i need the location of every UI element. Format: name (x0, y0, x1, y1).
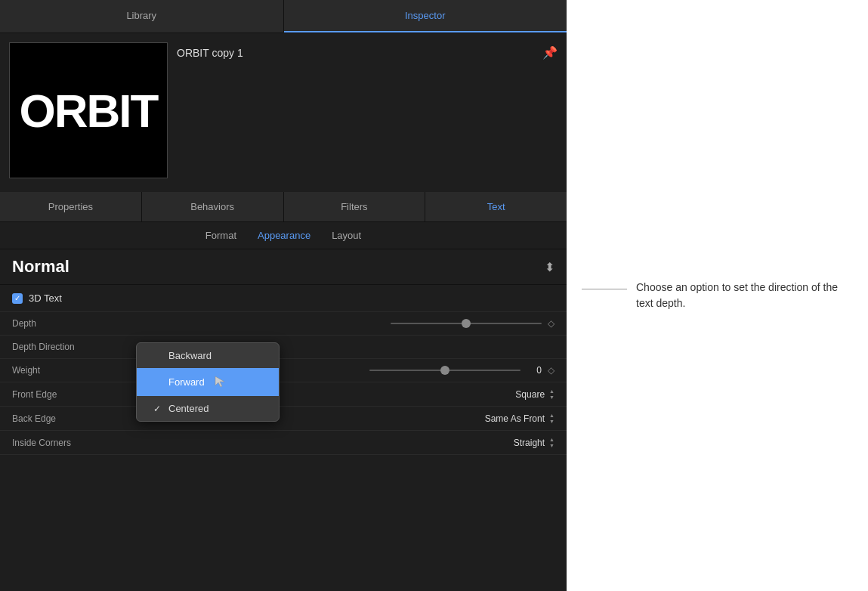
text-subtab-format[interactable]: Format (205, 230, 236, 241)
depth-direction-dropdown: Backward Forward ✓ Centered (136, 342, 280, 422)
inside-corners-stepper[interactable]: ▲ ▼ (549, 437, 554, 448)
depth-diamond-icon[interactable]: ◇ (548, 318, 554, 329)
front-edge-stepper[interactable]: ▲ ▼ (549, 388, 554, 400)
3d-text-row: 3D Text (0, 285, 567, 312)
tab-inspector[interactable]: Inspector (284, 0, 567, 32)
preview-thumbnail: ORBIT (9, 42, 168, 178)
preview-title-row: ORBIT copy 1 📌 (177, 45, 558, 60)
back-edge-select[interactable]: Same As Front ▲ ▼ (485, 413, 554, 424)
prop-row-front-edge: Front Edge Square ▲ ▼ (0, 382, 567, 407)
tab-properties[interactable]: Properties (0, 192, 142, 221)
3d-text-checkbox[interactable] (12, 293, 23, 304)
back-edge-label: Back Edge (12, 413, 103, 424)
dropdown-item-centered[interactable]: ✓ Centered (137, 396, 279, 421)
depth-label: Depth (12, 318, 103, 329)
front-edge-select[interactable]: Square ▲ ▼ (515, 388, 554, 400)
dropdown-item-backward[interactable]: Backward (137, 343, 279, 368)
annotation-box: Choose an option to set the direction of… (636, 280, 853, 311)
tab-behaviors[interactable]: Behaviors (142, 192, 284, 221)
inside-corners-label: Inside Corners (12, 438, 103, 448)
centered-check: ✓ (152, 404, 162, 414)
top-tabs: Library Inspector (0, 0, 567, 33)
normal-header[interactable]: Normal ⬍ (0, 249, 567, 285)
inside-corners-control: Straight ▲ ▼ (103, 437, 554, 448)
front-edge-label: Front Edge (12, 389, 103, 400)
text-subtab-layout[interactable]: Layout (332, 230, 361, 241)
preview-area: ORBIT ORBIT copy 1 📌 (0, 33, 567, 192)
weight-thumb[interactable] (440, 366, 449, 375)
inside-corners-select[interactable]: Straight ▲ ▼ (514, 437, 554, 448)
tab-text[interactable]: Text (425, 192, 567, 221)
orbit-preview-text: ORBIT (20, 84, 158, 138)
content-area: Normal ⬍ 3D Text Depth ◇ Backward (0, 249, 567, 591)
depth-slider[interactable] (391, 323, 542, 324)
back-edge-stepper[interactable]: ▲ ▼ (549, 413, 554, 424)
preview-title: ORBIT copy 1 (177, 47, 243, 59)
prop-row-weight: Weight 0 ◇ (0, 359, 567, 382)
pin-icon[interactable]: 📌 (542, 45, 558, 60)
text-sub-tabs: Format Appearance Layout (0, 222, 567, 249)
weight-label: Weight (12, 365, 103, 376)
text-subtab-appearance[interactable]: Appearance (258, 230, 310, 241)
weight-value: 0 (527, 365, 542, 376)
depth-control: ◇ (103, 318, 554, 329)
weight-diamond-icon[interactable]: ◇ (548, 365, 554, 376)
tab-filters[interactable]: Filters (284, 192, 426, 221)
3d-text-label: 3D Text (29, 292, 62, 304)
depth-direction-label: Depth Direction (12, 342, 103, 352)
annotation-text: Choose an option to set the direction of… (636, 281, 838, 309)
preview-meta: ORBIT copy 1 📌 (177, 42, 558, 60)
cursor-svg (214, 375, 226, 387)
prop-row-depth-direction: Depth Direction (0, 336, 567, 359)
weight-slider[interactable] (369, 370, 520, 371)
prop-row-back-edge: Back Edge Same As Front ▲ ▼ (0, 407, 567, 431)
prop-row-inside-corners: Inside Corners Straight ▲ ▼ (0, 431, 567, 455)
dropdown-item-forward[interactable]: Forward (137, 368, 279, 396)
depth-thumb[interactable] (462, 319, 471, 328)
normal-stepper-icon[interactable]: ⬍ (545, 260, 554, 274)
left-panel: Library Inspector ORBIT ORBIT copy 1 📌 P… (0, 0, 567, 591)
normal-label: Normal (12, 257, 70, 277)
prop-row-depth: Depth ◇ Backward Forward (0, 312, 567, 336)
sub-tabs: Properties Behaviors Filters Text (0, 192, 567, 222)
right-panel: Choose an option to set the direction of… (567, 0, 868, 591)
tab-library[interactable]: Library (0, 0, 284, 32)
